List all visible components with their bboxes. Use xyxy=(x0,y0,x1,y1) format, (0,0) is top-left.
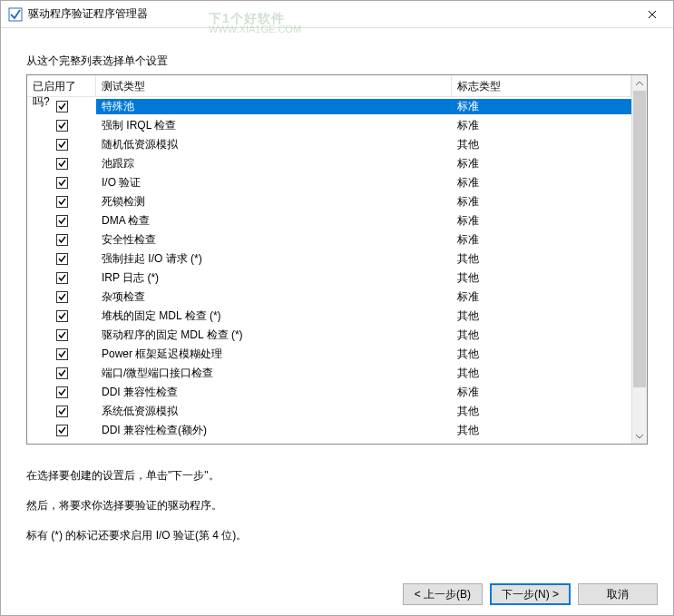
checkmark-icon xyxy=(57,235,67,245)
enabled-checkbox[interactable] xyxy=(56,329,68,341)
table-row[interactable]: 池跟踪标准 xyxy=(27,154,631,173)
cell-test-type: 死锁检测 xyxy=(96,194,452,210)
cell-flag-type: 其他 xyxy=(452,308,631,324)
settings-listview[interactable]: 已启用了吗? 测试类型 标志类型 特殊池标准强制 IRQL 检查标准随机低资源模… xyxy=(26,74,648,445)
listview-header: 已启用了吗? 测试类型 标志类型 xyxy=(27,75,631,97)
back-button[interactable]: < 上一步(B) xyxy=(403,583,483,605)
cell-test-type: Power 框架延迟模糊处理 xyxy=(96,347,452,362)
cell-flag-type: 其他 xyxy=(452,270,631,286)
checkmark-icon xyxy=(57,121,67,131)
table-row[interactable]: I/O 验证标准 xyxy=(27,173,631,192)
table-row[interactable]: 随机低资源模拟其他 xyxy=(27,135,631,154)
scroll-down-button[interactable] xyxy=(632,428,647,444)
cell-enabled xyxy=(27,291,96,303)
cell-flag-type: 标准 xyxy=(452,213,631,229)
enabled-checkbox[interactable] xyxy=(56,101,68,112)
enabled-checkbox[interactable] xyxy=(56,348,68,360)
checkmark-icon xyxy=(57,216,67,226)
chevron-up-icon xyxy=(636,81,643,86)
enabled-checkbox[interactable] xyxy=(56,367,68,379)
titlebar: 驱动程序验证程序管理器 xyxy=(1,1,673,28)
table-row[interactable]: DDI 兼容性检查标准 xyxy=(27,383,631,402)
table-row[interactable]: IRP 日志 (*)其他 xyxy=(27,269,631,288)
cell-enabled xyxy=(27,234,96,246)
enabled-checkbox[interactable] xyxy=(56,177,68,189)
list-label: 从这个完整列表选择单个设置 xyxy=(26,54,648,69)
table-row[interactable]: DMA 检查标准 xyxy=(27,211,631,230)
table-row[interactable]: 特殊池标准 xyxy=(27,97,631,116)
enabled-checkbox[interactable] xyxy=(56,120,68,132)
checkmark-icon xyxy=(57,368,67,378)
scrollbar-thumb[interactable] xyxy=(633,91,646,387)
scroll-up-button[interactable] xyxy=(632,75,647,91)
enabled-checkbox[interactable] xyxy=(56,291,68,303)
cell-enabled xyxy=(27,406,96,417)
next-button[interactable]: 下一步(N) > xyxy=(490,583,571,605)
checkmark-icon xyxy=(57,292,67,302)
cell-test-type: 随机低资源模拟 xyxy=(96,137,452,152)
wizard-buttons: < 上一步(B) 下一步(N) > 取消 xyxy=(403,583,658,605)
cell-flag-type: 其他 xyxy=(452,251,631,267)
table-row[interactable]: 死锁检测标准 xyxy=(27,192,631,211)
table-row[interactable]: 安全性检查标准 xyxy=(27,230,631,249)
checkmark-icon xyxy=(57,425,67,435)
enabled-checkbox[interactable] xyxy=(56,425,68,436)
enabled-checkbox[interactable] xyxy=(56,253,68,265)
enabled-checkbox[interactable] xyxy=(56,386,68,398)
enabled-checkbox[interactable] xyxy=(56,139,68,151)
enabled-checkbox[interactable] xyxy=(56,234,68,246)
checkmark-icon xyxy=(57,349,67,359)
enabled-checkbox[interactable] xyxy=(56,406,68,417)
cell-enabled xyxy=(27,215,96,227)
cancel-button[interactable]: 取消 xyxy=(578,583,658,605)
cell-enabled xyxy=(27,348,96,360)
vertical-scrollbar[interactable] xyxy=(631,75,647,444)
cell-enabled xyxy=(27,329,96,341)
cell-flag-type: 其他 xyxy=(452,347,631,362)
enabled-checkbox[interactable] xyxy=(56,196,68,208)
cell-test-type: 特殊池 xyxy=(96,99,452,114)
cell-test-type: DDI 兼容性检查(额外) xyxy=(96,423,452,438)
cell-flag-type: 标准 xyxy=(452,118,631,133)
cell-test-type: 驱动程序的固定 MDL 检查 (*) xyxy=(96,328,452,343)
checkmark-icon xyxy=(57,254,67,264)
cell-enabled xyxy=(27,272,96,284)
cell-enabled xyxy=(27,253,96,265)
table-row[interactable]: 强制挂起 I/O 请求 (*)其他 xyxy=(27,249,631,269)
back-button-label: < 上一步(B) xyxy=(415,587,471,602)
cell-enabled xyxy=(27,139,96,151)
enabled-checkbox[interactable] xyxy=(56,215,68,227)
cell-flag-type: 标准 xyxy=(452,194,631,210)
close-icon xyxy=(648,10,657,19)
checkmark-icon xyxy=(57,406,67,416)
cell-test-type: I/O 验证 xyxy=(96,175,452,191)
column-header-flagtype[interactable]: 标志类型 xyxy=(452,75,631,96)
table-row[interactable]: DDI 兼容性检查(额外)其他 xyxy=(27,421,631,440)
cell-flag-type: 标准 xyxy=(452,232,631,248)
table-row[interactable]: 驱动程序的固定 MDL 检查 (*)其他 xyxy=(27,326,631,345)
table-row[interactable]: 堆栈的固定 MDL 检查 (*)其他 xyxy=(27,307,631,326)
enabled-checkbox[interactable] xyxy=(56,310,68,322)
column-header-enabled[interactable]: 已启用了吗? xyxy=(27,75,96,96)
listview-body: 特殊池标准强制 IRQL 检查标准随机低资源模拟其他池跟踪标准I/O 验证标准死… xyxy=(27,97,631,444)
cell-test-type: 强制挂起 I/O 请求 (*) xyxy=(96,251,452,267)
table-row[interactable]: 系统低资源模拟其他 xyxy=(27,402,631,421)
table-row[interactable]: 杂项检查标准 xyxy=(27,288,631,307)
cell-enabled xyxy=(27,386,96,398)
enabled-checkbox[interactable] xyxy=(56,272,68,284)
table-row[interactable]: Power 框架延迟模糊处理其他 xyxy=(27,345,631,364)
next-button-label: 下一步(N) > xyxy=(502,587,559,602)
cell-flag-type: 标准 xyxy=(452,385,631,400)
table-row[interactable]: 端口/微型端口接口检查其他 xyxy=(27,364,631,383)
close-button[interactable] xyxy=(631,1,673,28)
checkmark-icon xyxy=(57,178,67,188)
checkmark-icon xyxy=(57,140,67,150)
column-header-testtype[interactable]: 测试类型 xyxy=(96,75,452,96)
scrollbar-track[interactable] xyxy=(632,91,647,428)
checkmark-icon xyxy=(57,159,67,169)
checkmark-icon xyxy=(57,311,67,321)
table-row[interactable]: 强制 IRQL 检查标准 xyxy=(27,116,631,135)
enabled-checkbox[interactable] xyxy=(56,158,68,170)
note-line-2: 然后，将要求你选择要验证的驱动程序。 xyxy=(26,498,648,513)
cell-enabled xyxy=(27,367,96,379)
